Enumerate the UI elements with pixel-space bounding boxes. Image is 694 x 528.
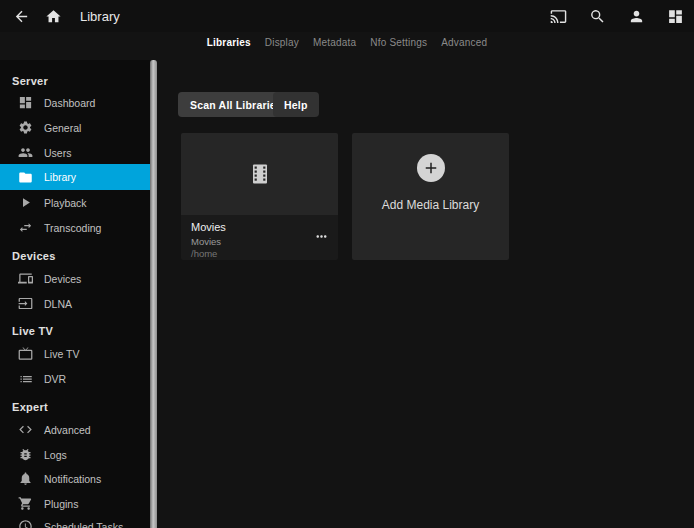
sidebar-item-label: Library (44, 171, 76, 183)
dashboard-icon (18, 95, 33, 110)
sidebar-item-label: Playback (44, 197, 87, 209)
home-icon (45, 8, 62, 25)
library-card-image (181, 133, 338, 215)
cast-button[interactable] (545, 3, 571, 29)
add-card-content: Add Media Library (352, 133, 509, 212)
plus-circle (417, 154, 445, 182)
sidebar-item-label: General (44, 122, 81, 134)
user-icon (628, 8, 645, 25)
sidebar-scrollbar[interactable] (150, 60, 157, 528)
clock-icon (18, 519, 33, 528)
search-icon (589, 8, 606, 25)
sidebar-item-general[interactable]: General (0, 115, 150, 140)
sidebar-item-label: Logs (44, 449, 67, 461)
sidebar-item-dashboard[interactable]: Dashboard (0, 90, 150, 115)
sidebar-header-expert: Expert (12, 398, 48, 416)
sidebar-item-playback[interactable]: Playback (0, 190, 150, 215)
sidebar-item-live-tv[interactable]: Live TV (0, 341, 150, 366)
sidebar-item-dlna[interactable]: DLNA (0, 291, 150, 316)
sidebar-header-live-tv: Live TV (12, 322, 53, 340)
bug-icon (18, 447, 33, 462)
sidebar-item-label: Devices (44, 273, 81, 285)
sidebar-header-devices: Devices (12, 247, 56, 265)
sidebar-item-label: Live TV (44, 348, 79, 360)
add-media-library-label: Add Media Library (382, 198, 479, 212)
cast-icon (550, 8, 567, 25)
swap-arrows-icon (18, 220, 33, 235)
sidebar-item-dvr[interactable]: DVR (0, 366, 150, 391)
sidebar: Server Dashboard General Users Library P… (0, 60, 150, 528)
page-title: Library (80, 9, 120, 24)
help-button[interactable]: Help (273, 92, 319, 117)
sidebar-item-devices[interactable]: Devices (0, 266, 150, 291)
sidebar-item-transcoding[interactable]: Transcoding (0, 215, 150, 240)
top-app-bar: Library (0, 0, 694, 32)
dashboard-icon (667, 8, 684, 25)
library-card-movies[interactable]: Movies Movies /home (181, 133, 338, 260)
cart-icon (18, 496, 33, 511)
sidebar-item-advanced[interactable]: Advanced (0, 417, 150, 442)
tab-advanced[interactable]: Advanced (441, 37, 487, 48)
sidebar-item-plugins[interactable]: Plugins (0, 491, 150, 516)
sidebar-item-label: Scheduled Tasks (44, 521, 123, 528)
devices-icon (18, 271, 33, 286)
sidebar-item-notifications[interactable]: Notifications (0, 466, 150, 491)
topbar-right-group (545, 0, 694, 32)
tab-nfo-settings[interactable]: Nfo Settings (370, 37, 427, 48)
tab-metadata[interactable]: Metadata (313, 37, 356, 48)
sidebar-item-label: Notifications (44, 473, 101, 485)
sidebar-item-label: DVR (44, 373, 66, 385)
library-card-path: /home (191, 248, 328, 259)
search-button[interactable] (584, 3, 610, 29)
sidebar-item-scheduled-tasks[interactable]: Scheduled Tasks (0, 514, 150, 528)
library-card-footer: Movies Movies /home (181, 215, 338, 259)
play-icon (18, 195, 33, 210)
sidebar-item-library[interactable]: Library (0, 164, 150, 190)
tab-display[interactable]: Display (265, 37, 299, 48)
sidebar-header-server: Server (12, 72, 48, 90)
home-button[interactable] (40, 3, 66, 29)
settings-tab-bar: Libraries Display Metadata Nfo Settings … (0, 32, 694, 52)
sidebar-item-label: Advanced (44, 424, 91, 436)
users-icon (18, 145, 33, 160)
user-button[interactable] (623, 3, 649, 29)
list-icon (18, 371, 33, 386)
bell-icon (18, 471, 33, 486)
back-button[interactable] (8, 3, 34, 29)
sidebar-item-label: DLNA (44, 298, 72, 310)
sidebar-item-logs[interactable]: Logs (0, 442, 150, 467)
card-menu-button[interactable] (312, 229, 330, 243)
sidebar-item-users[interactable]: Users (0, 140, 150, 165)
input-icon (18, 296, 33, 311)
more-horizontal-icon (314, 229, 329, 244)
dashboard-button[interactable] (662, 3, 688, 29)
topbar-left-group: Library (0, 3, 120, 29)
library-card-subtitle: Movies (191, 236, 328, 247)
arrow-back-icon (13, 8, 30, 25)
sidebar-item-label: Dashboard (44, 97, 95, 109)
library-card-title: Movies (191, 221, 328, 234)
filmstrip-icon (248, 162, 272, 186)
tab-libraries[interactable]: Libraries (207, 37, 251, 48)
plus-icon (422, 159, 440, 177)
code-icon (18, 422, 33, 437)
tv-icon (18, 346, 33, 361)
add-media-library-card[interactable]: Add Media Library (352, 133, 509, 260)
sidebar-item-label: Transcoding (44, 222, 101, 234)
gear-icon (18, 120, 33, 135)
folder-icon (18, 170, 33, 185)
sidebar-item-label: Plugins (44, 498, 78, 510)
sidebar-item-label: Users (44, 147, 71, 159)
